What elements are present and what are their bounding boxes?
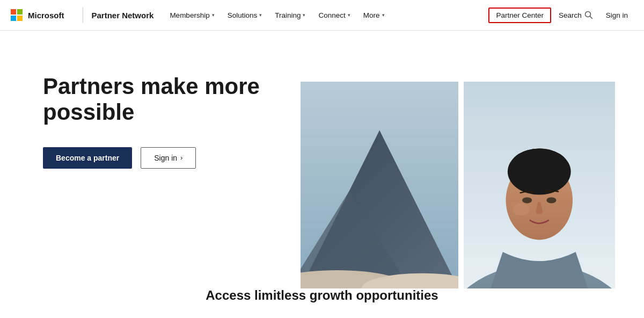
more-chevron-icon: ▾ xyxy=(382,12,385,18)
hero-signin-label: Sign in xyxy=(154,154,177,162)
hero-left: Partners make more possible Become a par… xyxy=(0,31,301,318)
become-partner-button[interactable]: Become a partner xyxy=(43,147,132,169)
person-icon xyxy=(464,82,615,288)
hero-collage xyxy=(301,82,644,288)
nav-training[interactable]: Training ▾ xyxy=(269,8,311,23)
search-label: Search xyxy=(559,11,582,19)
brand-logo[interactable]: Microsoft xyxy=(11,9,64,21)
logo-green xyxy=(17,9,23,15)
partner-center-button[interactable]: Partner Center xyxy=(488,8,551,23)
nav-solutions[interactable]: Solutions ▾ xyxy=(222,8,268,23)
solutions-chevron-icon: ▾ xyxy=(259,12,262,18)
signin-button[interactable]: Sign in xyxy=(601,8,633,23)
training-chevron-icon: ▾ xyxy=(303,12,305,18)
nav-more[interactable]: More ▾ xyxy=(358,8,390,23)
hero-signin-button[interactable]: Sign in › xyxy=(141,147,196,169)
logo-yellow xyxy=(17,16,23,21)
mountain-left-icon xyxy=(301,82,458,288)
hero-section: Partners make more possible Become a par… xyxy=(0,31,644,318)
hero-buttons: Become a partner Sign in › xyxy=(43,147,268,169)
solutions-label: Solutions xyxy=(228,11,258,19)
signin-chevron-icon: › xyxy=(180,154,182,162)
logo-blue xyxy=(11,16,16,21)
search-icon xyxy=(584,11,593,19)
nav-divider xyxy=(83,8,83,23)
svg-point-13 xyxy=(522,197,532,203)
nav-membership[interactable]: Membership ▾ xyxy=(164,8,219,23)
bottom-headline: Access limitless growth opportunities xyxy=(206,288,438,303)
hero-headline: Partners make more possible xyxy=(43,74,268,126)
svg-point-14 xyxy=(547,197,557,203)
navbar: Microsoft Partner Network Membership ▾ S… xyxy=(0,0,644,31)
panel-gap xyxy=(458,82,464,288)
more-label: More xyxy=(363,11,380,19)
partner-network-label: Partner Network xyxy=(92,11,154,20)
search-button[interactable]: Search xyxy=(553,8,598,23)
svg-point-12 xyxy=(510,149,569,185)
microsoft-logo-icon xyxy=(11,9,23,21)
svg-point-15 xyxy=(513,203,530,215)
hero-panel-left xyxy=(301,82,458,288)
logo-red xyxy=(11,9,16,15)
training-label: Training xyxy=(275,11,301,19)
svg-line-1 xyxy=(590,17,592,19)
membership-label: Membership xyxy=(170,11,209,19)
membership-chevron-icon: ▾ xyxy=(212,12,215,18)
nav-actions: Partner Center Search Sign in xyxy=(488,8,633,23)
hero-image-area xyxy=(301,82,644,288)
connect-chevron-icon: ▾ xyxy=(348,12,350,18)
microsoft-brand-label: Microsoft xyxy=(28,11,64,20)
connect-label: Connect xyxy=(318,11,345,19)
nav-connect[interactable]: Connect ▾ xyxy=(313,8,355,23)
hero-panel-center xyxy=(464,82,615,288)
nav-links: Membership ▾ Solutions ▾ Training ▾ Conn… xyxy=(164,8,488,23)
